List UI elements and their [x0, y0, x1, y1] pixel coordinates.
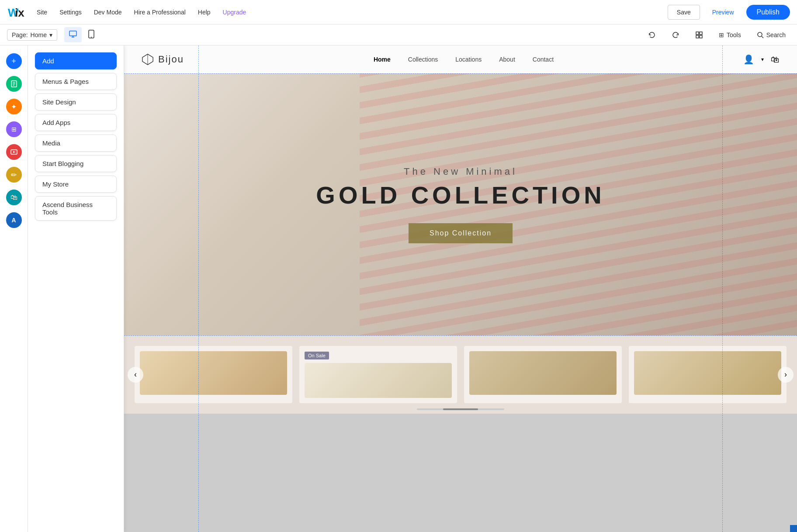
prev-arrow-button[interactable]: ‹: [128, 367, 143, 383]
on-sale-badge: On Sale: [305, 352, 329, 359]
svg-line-12: [762, 36, 763, 38]
svg-rect-7: [696, 32, 699, 35]
hero-title: GOLD COLLECTION: [316, 181, 605, 209]
site-nav-locations[interactable]: Locations: [455, 56, 482, 63]
publish-button[interactable]: Publish: [746, 5, 790, 20]
page-name: Home: [31, 31, 47, 38]
second-bar-right: ⊞ Tools Search: [644, 28, 790, 41]
scroll-indicator[interactable]: [417, 408, 504, 410]
top-nav: Site Settings Dev Mode Hire a Profession…: [31, 6, 668, 18]
undo-icon: [648, 31, 656, 39]
scroll-thumb: [443, 408, 478, 410]
pages-icon: [6, 76, 22, 92]
sidebar-add-button[interactable]: +: [3, 51, 24, 72]
nav-settings[interactable]: Settings: [54, 6, 87, 18]
design-icon: ✦: [6, 99, 22, 114]
hero-subtitle: The New Minimal: [316, 166, 605, 177]
site-nav-contact[interactable]: Contact: [533, 56, 554, 63]
device-buttons: [64, 27, 99, 42]
svg-rect-2: [69, 31, 76, 36]
svg-marker-18: [13, 151, 16, 153]
sidebar-pages-button[interactable]: [3, 73, 24, 94]
site-logo-text: Bijou: [158, 54, 184, 65]
site-nav-about[interactable]: About: [499, 56, 515, 63]
site-nav: Bijou Home Collections Locations About C…: [124, 45, 797, 73]
preview-button[interactable]: Preview: [703, 5, 743, 19]
media-button[interactable]: Media: [35, 135, 117, 152]
site-nav-right: 👤 ▾ 🛍: [743, 54, 780, 65]
hero-cta-button[interactable]: Shop Collection: [409, 223, 513, 243]
nav-upgrade[interactable]: Upgrade: [218, 6, 252, 18]
user-icon[interactable]: 👤: [743, 54, 754, 65]
ascend-business-tools-button[interactable]: Ascend Business Tools: [35, 196, 117, 221]
nav-site[interactable]: Site: [31, 6, 52, 18]
redo-icon: [672, 31, 679, 39]
product-card-1: [135, 346, 292, 403]
cart-icon[interactable]: 🛍: [771, 55, 780, 65]
svg-rect-10: [700, 35, 702, 38]
tools-label: Tools: [727, 31, 741, 38]
nav-hire[interactable]: Hire a Professional: [129, 6, 191, 18]
sidebar-design-button[interactable]: ✦: [3, 96, 24, 117]
chevron-down-icon: ▾: [49, 31, 52, 38]
tools-button[interactable]: ⊞ Tools: [714, 29, 745, 41]
sidebar-blog-button[interactable]: ✏: [3, 164, 24, 185]
blog-icon: ✏: [6, 167, 22, 183]
site-logo: Bijou: [142, 53, 184, 66]
redo-button[interactable]: [667, 28, 684, 41]
svg-point-11: [758, 32, 762, 37]
products-section: On Sale ‹ ›: [124, 335, 797, 414]
nav-help[interactable]: Help: [193, 6, 216, 18]
add-panel-icon: +: [6, 53, 22, 69]
svg-rect-9: [696, 35, 699, 38]
add-apps-button[interactable]: Add Apps: [35, 114, 117, 131]
tools-icon: ⊞: [719, 31, 724, 38]
mobile-icon: [88, 30, 95, 38]
nav-devmode[interactable]: Dev Mode: [89, 6, 127, 18]
top-bar: W ix Site Settings Dev Mode Hire a Profe…: [0, 0, 797, 24]
sidebar-apps-button[interactable]: ⊞: [3, 119, 24, 140]
top-bar-right: Save Preview Publish: [668, 5, 790, 20]
mobile-view-button[interactable]: [83, 27, 99, 42]
site-design-button[interactable]: Site Design: [35, 93, 117, 111]
save-button[interactable]: Save: [668, 5, 700, 20]
sidebar-store-button[interactable]: 🛍: [3, 187, 24, 208]
start-blogging-button[interactable]: Start Blogging: [35, 155, 117, 172]
site-nav-links: Home Collections Locations About Contact: [374, 56, 554, 63]
left-panel: Add Menus & Pages Site Design Add Apps M…: [28, 45, 124, 532]
site-nav-home[interactable]: Home: [374, 56, 391, 63]
store-icon: 🛍: [6, 190, 22, 205]
hero-section: The New Minimal GOLD COLLECTION Shop Col…: [124, 73, 797, 335]
media-icon: [6, 144, 22, 160]
product-card-4: [629, 346, 787, 403]
svg-text:ix: ix: [15, 6, 24, 19]
next-arrow-button[interactable]: ›: [778, 367, 794, 383]
desktop-view-button[interactable]: [64, 27, 82, 42]
svg-point-6: [91, 37, 92, 38]
apps-icon: ⊞: [6, 121, 22, 137]
hero-content: The New Minimal GOLD COLLECTION Shop Col…: [316, 166, 605, 243]
search-icon: [757, 31, 764, 38]
sidebar-ascend-button[interactable]: A: [3, 210, 24, 231]
page-selector[interactable]: Page: Home ▾: [7, 29, 57, 41]
resize-handle[interactable]: [790, 525, 797, 532]
product-card-3: [464, 346, 622, 403]
my-store-button[interactable]: My Store: [35, 176, 117, 193]
menus-pages-button[interactable]: Menus & Pages: [35, 73, 117, 90]
sidebar-media-button[interactable]: [3, 142, 24, 162]
add-button[interactable]: Add: [35, 52, 117, 69]
site-nav-collections[interactable]: Collections: [408, 56, 438, 63]
wix-logo[interactable]: W ix: [7, 3, 24, 21]
canvas: Bijou Home Collections Locations About C…: [124, 45, 797, 532]
chevron-down-nav-icon: ▾: [761, 56, 764, 62]
undo-button[interactable]: [644, 28, 660, 41]
main-layout: + ✦ ⊞: [0, 45, 797, 532]
site-preview: Bijou Home Collections Locations About C…: [124, 45, 797, 532]
layout-button[interactable]: [691, 28, 707, 41]
second-bar: Page: Home ▾: [0, 24, 797, 45]
layout-icon: [695, 31, 703, 39]
page-label: Page:: [12, 31, 28, 38]
desktop-icon: [69, 30, 77, 38]
product-card-2: On Sale: [299, 346, 457, 403]
search-button[interactable]: Search: [752, 29, 790, 41]
